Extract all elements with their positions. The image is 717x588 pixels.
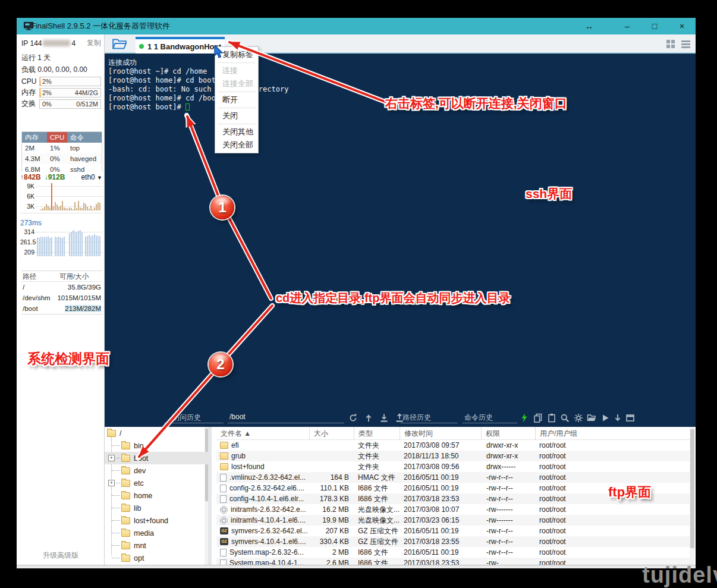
- tree-item-etc[interactable]: +etc: [105, 477, 208, 489]
- file-row-initramfs-2.6.32-642.e...[interactable]: initramfs-2.6.32-642.e...16.2 MB光盘映像文...…: [216, 504, 694, 515]
- file-row-symvers-2.6.32-642.el...[interactable]: GZsymvers-2.6.32-642.el...207 KBGZ 压缩文件2…: [216, 526, 694, 536]
- folder-icon: [220, 463, 228, 470]
- visit-history-field[interactable]: 访问历史: [164, 413, 224, 423]
- connected-dot-icon: [139, 44, 144, 49]
- tab-note: 右击标签,可以断开连接,关闭窗口: [385, 95, 567, 112]
- copy-icon[interactable]: [533, 413, 543, 423]
- ftp-toolbar: 访问历史 /boot 路径历史 命令历史: [105, 410, 696, 427]
- file-icon: [220, 559, 227, 565]
- terminal-line: [root@host boot]#: [108, 103, 288, 112]
- menu-item-连接[interactable]: 连接: [215, 64, 258, 77]
- tab-bar: 1 1 BandwagonHost: [105, 34, 696, 54]
- path-input[interactable]: /boot: [228, 413, 344, 423]
- tree-item-boot[interactable]: +boot: [105, 452, 208, 464]
- download-icon[interactable]: [379, 413, 389, 423]
- screenshot-stage: FinalShell 2.9.5.2 一体化服务器管理软件 ↔ – □ × IP…: [0, 0, 717, 588]
- upgrade-link[interactable]: 升级高级版: [43, 551, 78, 561]
- y-tick: 3K: [20, 203, 34, 210]
- play-icon[interactable]: [600, 413, 610, 423]
- file-row-efi[interactable]: efi文件夹2017/03/08 09:57drwxr-xr-xroot/roo…: [216, 440, 694, 451]
- tree-item-dev[interactable]: dev: [105, 464, 208, 477]
- disk-row[interactable]: /35.8G/39G: [21, 282, 102, 293]
- folder-icon: [121, 555, 130, 562]
- up-icon[interactable]: [364, 413, 373, 423]
- lightning-icon[interactable]: [520, 413, 529, 423]
- folder-open-icon[interactable]: [587, 413, 596, 423]
- uptime-label: 运行 1 天: [21, 53, 51, 63]
- resize-icon: ↔: [585, 18, 593, 34]
- copy-ip-button[interactable]: 复制: [87, 38, 101, 48]
- tab-context-menu: 复制标签连接连接全部断开关闭关闭其他关闭全部: [215, 46, 259, 153]
- folder-icon: [121, 492, 130, 499]
- open-connection-folder-button[interactable]: [112, 37, 127, 51]
- gear-icon[interactable]: [574, 413, 583, 423]
- column-header-类型[interactable]: 类型: [354, 427, 400, 440]
- paste-icon[interactable]: [547, 413, 556, 423]
- network-plot: 9K6K3K: [20, 183, 102, 211]
- minimize-button[interactable]: –: [614, 21, 641, 31]
- tree-item-mnt[interactable]: mnt: [105, 539, 208, 552]
- y-tick: 6K: [20, 193, 34, 200]
- column-header-权限[interactable]: 权限: [481, 427, 535, 440]
- column-header-大小[interactable]: 大小: [309, 427, 354, 440]
- tab-bandwagonhost[interactable]: 1 1 BandwagonHost: [136, 37, 225, 54]
- tree-expander[interactable]: +: [108, 480, 115, 486]
- disk-row[interactable]: /boot213M/282M: [21, 303, 102, 314]
- interface-select[interactable]: eth0 ▼: [81, 173, 102, 181]
- file-row-.vmlinuz-2.6.32-642.el...[interactable]: .vmlinuz-2.6.32-642.el...164 BHMAC 文件201…: [216, 472, 694, 483]
- menu-item-关闭其他[interactable]: 关闭其他: [215, 125, 258, 139]
- menu-item-关闭全部[interactable]: 关闭全部: [215, 139, 258, 152]
- file-row-symvers-4.10.4-1.el6....[interactable]: GZsymvers-4.10.4-1.el6....330.4 KBGZ 压缩文…: [216, 536, 694, 547]
- ip-row: IP 144 4 复制: [21, 38, 101, 48]
- window-icon[interactable]: [625, 413, 635, 423]
- folder-icon: [220, 452, 228, 460]
- process-row[interactable]: 2M1%top: [22, 143, 102, 153]
- file-row-initramfs-4.10.4-1.el6....[interactable]: initramfs-4.10.4-1.el6....19.9 MB光盘映像文..…: [216, 515, 694, 526]
- tree-item-bin[interactable]: bin: [105, 439, 208, 452]
- tab-label: 1 1 BandwagonHost: [147, 42, 221, 51]
- y-tick: 314: [20, 228, 34, 235]
- folder-icon: [107, 430, 116, 437]
- disc-icon: [220, 506, 228, 514]
- tree-item-lib[interactable]: lib: [105, 502, 208, 514]
- ip-suffix: 4: [71, 39, 76, 48]
- meter-内存: 内存2%44M/2G: [21, 87, 101, 98]
- terminal-line: [root@host ~]# cd /home: [108, 67, 288, 76]
- file-row-grub[interactable]: grub文件夹2018/11/13 18:50drwxr-xr-xroot/ro…: [216, 451, 694, 461]
- menu-item-连接全部[interactable]: 连接全部: [215, 77, 258, 90]
- tree-item-media[interactable]: media: [105, 527, 208, 539]
- grid-view-icon[interactable]: [666, 39, 676, 49]
- system-monitor-note: 系统检测界面: [27, 350, 109, 368]
- search-icon[interactable]: [560, 413, 570, 423]
- process-row[interactable]: 4.3M0%haveged: [22, 153, 102, 164]
- menu-separator: [218, 124, 256, 124]
- tree-item-opt[interactable]: opt: [105, 552, 208, 564]
- disk-row[interactable]: /dev/shm1015M/1015M: [21, 293, 102, 303]
- menu-item-断开[interactable]: 断开: [215, 93, 258, 106]
- close-button[interactable]: ×: [668, 21, 696, 31]
- column-header-用户/用户组[interactable]: 用户/用户组: [535, 427, 694, 440]
- maximize-button[interactable]: □: [641, 21, 668, 31]
- meter-交换: 交换0%0/512M: [21, 99, 101, 109]
- down-icon[interactable]: [613, 413, 622, 423]
- file-table-header: 文件名 ▲大小类型修改时间权限用户/用户组: [216, 427, 694, 440]
- refresh-icon[interactable]: [348, 413, 358, 423]
- column-header-修改时间[interactable]: 修改时间: [400, 427, 481, 440]
- file-scrollbar[interactable]: [690, 427, 694, 565]
- tree-item-home[interactable]: home: [105, 489, 208, 502]
- tree-expander[interactable]: +: [108, 455, 115, 461]
- folder-icon: [121, 542, 130, 549]
- menu-item-关闭[interactable]: 关闭: [215, 109, 258, 122]
- file-row-lost+found[interactable]: lost+found文件夹2017/03/08 09:56drwx------r…: [216, 461, 694, 472]
- column-header-文件名[interactable]: 文件名 ▲: [216, 427, 309, 440]
- command-history-field[interactable]: 命令历史: [463, 413, 517, 423]
- file-icon: [220, 485, 227, 492]
- menu-separator: [218, 62, 256, 63]
- path-history-field[interactable]: 路径历史: [401, 413, 458, 423]
- tree-item-/[interactable]: /: [105, 427, 208, 439]
- tree-item-lost+found[interactable]: lost+found: [105, 514, 208, 527]
- window-title: FinalShell 2.9.5.2 一体化服务器管理软件: [31, 21, 170, 32]
- file-row-System.map-4.10.4-1...[interactable]: System.map-4.10.4-1...2.6 MBI686 文件2017/…: [216, 558, 694, 565]
- list-view-icon[interactable]: [681, 39, 691, 49]
- file-row-System.map-2.6.32-6...[interactable]: System.map-2.6.32-6...2 MBI686 文件2016/05…: [216, 547, 694, 558]
